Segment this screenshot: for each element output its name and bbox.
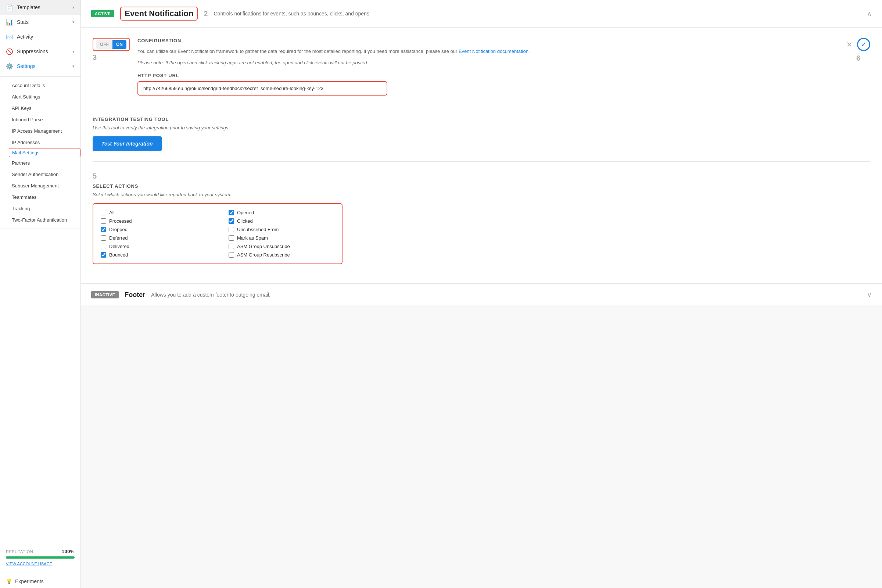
footer-desc: Allows you to add a custom footer to out… — [151, 292, 861, 298]
http-url-input[interactable] — [138, 81, 387, 96]
checkbox-deferred[interactable]: Deferred — [101, 235, 207, 241]
confirm-icon[interactable]: ✓ — [857, 38, 870, 51]
section-divider-2 — [93, 161, 870, 162]
sidebar-item-mail-settings[interactable]: Mail Settings — [9, 148, 81, 157]
checkbox-unsubscribed[interactable]: Unsubscribed From — [229, 227, 334, 232]
sidebar-item-sender-authentication[interactable]: Sender Authentication — [0, 169, 81, 180]
checkbox-bounced[interactable]: Bounced — [101, 252, 207, 258]
checkbox-deferred-label: Deferred — [109, 235, 128, 241]
config-actions: ✕ ✓ — [846, 38, 870, 51]
sidebar-item-two-factor-auth[interactable]: Two-Factor Authentication — [0, 214, 81, 226]
checkbox-processed-input[interactable] — [101, 218, 106, 224]
checkbox-unsubscribed-input[interactable] — [229, 227, 234, 232]
suppressions-icon: 🚫 — [6, 48, 13, 55]
config-top: OFF ON 3 CONFIGURATION You can utilize o… — [93, 38, 870, 96]
cancel-icon[interactable]: ✕ — [846, 40, 853, 49]
checkbox-asm-unsub-label: ASM Group Unsubscribe — [237, 244, 290, 249]
sidebar-item-experiments[interactable]: 💡 Experiments — [0, 575, 81, 588]
chevron-icon: ▾ — [72, 20, 75, 25]
active-badge: ACTIVE — [91, 10, 114, 17]
checkbox-opened-label: Opened — [237, 210, 254, 215]
view-account-usage-link[interactable]: VIEW ACCOUNT USAGE — [6, 561, 75, 566]
chevron-icon: ▾ — [72, 5, 75, 10]
sidebar-item-settings[interactable]: ⚙️ Settings ▾ — [0, 59, 81, 74]
checkbox-delivered-label: Delivered — [109, 244, 129, 249]
sidebar-item-ip-addresses[interactable]: IP Addresses — [0, 137, 81, 148]
sidebar-label-settings: Settings — [17, 63, 36, 69]
checkbox-all-input[interactable] — [101, 210, 106, 215]
sidebar-item-alert-settings[interactable]: Alert Settings — [0, 91, 81, 102]
checkbox-delivered-input[interactable] — [101, 244, 106, 249]
collapse-icon[interactable]: ∧ — [867, 9, 872, 18]
checkbox-opened-input[interactable] — [229, 210, 234, 215]
checkbox-spam-label: Mark as Spam — [237, 235, 268, 241]
checkbox-deferred-input[interactable] — [101, 235, 106, 241]
checkbox-processed[interactable]: Processed — [101, 218, 207, 224]
event-notification-title: Event Notification — [120, 7, 198, 21]
checkbox-delivered[interactable]: Delivered — [101, 244, 207, 249]
integration-label: INTEGRATION TESTING TOOL — [93, 117, 870, 122]
footer-section: INACTIVE Footer Allows you to add a cust… — [81, 284, 882, 305]
checkbox-asm-group-resubscribe[interactable]: ASM Group Resubscribe — [229, 252, 334, 258]
main-content: ACTIVE Event Notification 2 Controls not… — [81, 0, 882, 588]
sidebar-item-activity[interactable]: ✉️ Activity — [0, 29, 81, 44]
select-actions-section: 5 SELECT ACTIONS Select which actions yo… — [93, 172, 870, 264]
checkbox-clicked[interactable]: Clicked — [229, 218, 334, 224]
sidebar-item-stats[interactable]: 📊 Stats ▾ — [0, 15, 81, 29]
checkboxes-grid: All Opened Processed Clicked — [93, 203, 342, 264]
step-5: 5 — [93, 172, 870, 180]
checkbox-opened[interactable]: Opened — [229, 210, 334, 215]
toggle-switch[interactable]: OFF ON — [96, 40, 126, 49]
checkbox-dropped[interactable]: Dropped — [101, 227, 207, 232]
sidebar-label-activity: Activity — [17, 34, 33, 40]
checkbox-mark-spam[interactable]: Mark as Spam — [229, 235, 334, 241]
sidebar-item-tracking[interactable]: Tracking — [0, 203, 81, 214]
checkbox-dropped-label: Dropped — [109, 227, 128, 232]
toggle-on[interactable]: ON — [112, 40, 126, 49]
configuration-area: OFF ON 3 CONFIGURATION You can utilize o… — [81, 28, 882, 284]
sidebar-item-account-details[interactable]: Account Details — [0, 80, 81, 91]
sidebar-item-subuser-management[interactable]: Subuser Management — [0, 180, 81, 192]
checkbox-dropped-input[interactable] — [101, 227, 106, 232]
checkbox-asm-unsub-input[interactable] — [229, 244, 234, 249]
sidebar-item-templates[interactable]: 📄 Templates ▾ — [0, 0, 81, 15]
sidebar-item-ip-access-management[interactable]: IP Access Management — [0, 125, 81, 137]
config-doc-link[interactable]: Event Notification documentation — [459, 48, 528, 54]
integration-testing-section: INTEGRATION TESTING TOOL Use this tool t… — [93, 117, 870, 151]
toggle-off[interactable]: OFF — [96, 40, 112, 49]
content-inner: ACTIVE Event Notification 2 Controls not… — [81, 0, 882, 305]
step-6: 6 — [856, 54, 860, 63]
reputation-value: 100% — [62, 549, 75, 554]
sidebar-item-partners[interactable]: Partners — [0, 157, 81, 169]
checkbox-all[interactable]: All — [101, 210, 207, 215]
checkbox-bounced-input[interactable] — [101, 252, 106, 258]
checkbox-clicked-label: Clicked — [237, 218, 253, 224]
footer-chevron-icon[interactable]: ∨ — [867, 291, 872, 299]
sidebar-item-inbound-parse[interactable]: Inbound Parse — [0, 114, 81, 125]
select-actions-sublabel: Select which actions you would like repo… — [93, 192, 870, 197]
checkbox-asm-group-unsubscribe[interactable]: ASM Group Unsubscribe — [229, 244, 334, 249]
sidebar-label-templates: Templates — [17, 4, 40, 10]
checkbox-asm-resub-input[interactable] — [229, 252, 234, 258]
checkbox-clicked-input[interactable] — [229, 218, 234, 224]
toggle-group[interactable]: OFF ON — [93, 38, 130, 51]
footer-title: Footer — [124, 291, 145, 299]
event-notification-header: ACTIVE Event Notification 2 Controls not… — [81, 0, 882, 28]
test-integration-button[interactable]: Test Your Integration — [93, 136, 162, 151]
config-body: CONFIGURATION You can utilize our Event … — [138, 38, 839, 96]
sidebar-label-suppressions: Suppressions — [17, 48, 48, 54]
reputation-label: REPUTATION 100% — [6, 549, 75, 554]
config-controls: ✕ ✓ 6 — [846, 38, 870, 63]
checkbox-spam-input[interactable] — [229, 235, 234, 241]
config-note: Please note: If the open and click track… — [138, 59, 839, 66]
config-description: You can utilize our Event Notification f… — [138, 48, 839, 56]
experiments-label: Experiments — [15, 579, 44, 584]
sidebar-item-suppressions[interactable]: 🚫 Suppressions ▾ — [0, 44, 81, 59]
experiments-icon: 💡 — [6, 579, 12, 584]
toggle-section: OFF ON 3 — [93, 38, 130, 62]
sidebar-item-api-keys[interactable]: API Keys — [0, 102, 81, 114]
reputation-progress-fill — [6, 556, 75, 559]
chevron-icon: ▾ — [72, 49, 75, 54]
sidebar-item-teammates[interactable]: Teammates — [0, 192, 81, 203]
checkbox-asm-resub-label: ASM Group Resubscribe — [237, 252, 290, 258]
